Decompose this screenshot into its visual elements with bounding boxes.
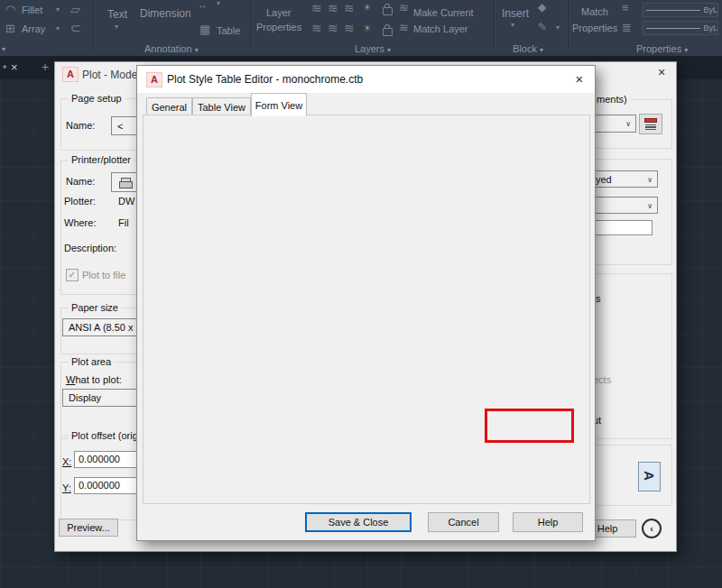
plot-style-editor-dialog: A Plot Style Table Editor - monochrome.c… [136, 65, 596, 541]
create-block-icon[interactable]: ◆ [538, 2, 546, 13]
block-panel-label[interactable]: Block ▾ [513, 43, 543, 54]
layer-stack-icon[interactable]: ≋ [328, 2, 338, 14]
match-properties-button[interactable]: Match [581, 6, 608, 17]
block-dropdown-icon[interactable]: ▾ [556, 24, 560, 32]
plot-dialog-title: Plot - Model [82, 69, 140, 81]
pen-assignments-label-fragment: ments) [594, 94, 630, 105]
form-view-tab-page [143, 115, 590, 504]
layer-stack-icon[interactable]: ≋ [344, 22, 355, 34]
layer-off-bulb-icon[interactable]: ☀ [363, 23, 372, 33]
properties-panel-label[interactable]: Properties ▾ [636, 43, 688, 54]
linetype-list-icon: ≣ [622, 22, 632, 33]
plot-to-file-checkbox[interactable]: ✓ [66, 269, 79, 281]
new-tab-button[interactable]: + [42, 60, 49, 74]
modify-panel-dropdown-icon[interactable]: ▾ [2, 46, 5, 53]
autocad-logo-icon: A [62, 67, 79, 82]
linetype-dropdown[interactable]: ByL [643, 21, 718, 35]
fillet-icon: ◠ [5, 4, 15, 15]
page-setup-label: Page setup [69, 93, 125, 104]
where-label: Where: [64, 217, 96, 228]
ribbon: ◠ Fillet ▾ ▱ ⊞ Array ▾ ⊂ ▾ Text ▾ Dimens… [0, 0, 722, 56]
offset-x-label: X: [62, 456, 71, 467]
edit-plot-style-icon [643, 118, 658, 131]
printer-name-label: Name: [66, 176, 95, 187]
text-dropdown-icon[interactable]: ▾ [115, 23, 118, 31]
tab-modified-indicator: * [3, 63, 6, 74]
annotation-panel-label[interactable]: Annotation ▾ [144, 43, 199, 54]
layer-freeze-icon[interactable]: ≋ [399, 2, 409, 14]
table-button[interactable]: Table [217, 25, 240, 36]
layer-on-bulb-icon[interactable]: ☀ [363, 3, 372, 13]
array-icon: ⊞ [5, 23, 15, 34]
autocad-logo-icon: A [146, 72, 162, 87]
match-properties-button-line2[interactable]: Properties [572, 23, 617, 33]
insert-block-button[interactable]: Insert [502, 7, 529, 20]
dropdown-icon: ∨ [647, 201, 653, 209]
lineweight-dropdown[interactable]: ByL [643, 3, 718, 17]
page-setup-name-label: Name: [66, 120, 95, 131]
panel-separator [494, 0, 495, 51]
layers-panel-label[interactable]: Layers ▾ [355, 43, 391, 54]
dimension-icon[interactable]: ↔ [198, 0, 208, 10]
where-value: Fil [118, 217, 129, 228]
save-close-button[interactable]: Save & Close [305, 512, 412, 532]
cube-icon[interactable]: ▱ [70, 3, 80, 15]
panel-separator [251, 0, 252, 51]
text-tool-button[interactable]: Text [107, 8, 127, 21]
insert-dropdown-icon[interactable]: ▾ [511, 22, 514, 29]
panel-separator [569, 0, 569, 51]
layer-stack-icon[interactable]: ≋ [328, 22, 338, 34]
lineweight-list-icon: ≡ [622, 2, 629, 14]
editor-dialog-title: Plot Style Table Editor - monochrome.ctb [167, 73, 363, 86]
preview-button[interactable]: Preview... [59, 519, 118, 537]
layer-unlock-icon[interactable] [383, 28, 393, 36]
layer-properties-button[interactable]: Layer [266, 7, 292, 18]
offset-y-input[interactable]: 0.000000 [74, 477, 143, 494]
offset-x-input[interactable]: 0.000000 [74, 451, 143, 468]
offset-y-label: Y: [62, 482, 71, 493]
layer-lock-icon[interactable] [383, 7, 393, 15]
panel-separator [93, 0, 94, 51]
array-dropdown-icon[interactable]: ▾ [56, 25, 60, 32]
edit-plot-style-button[interactable] [639, 114, 662, 134]
printer-icon [119, 178, 132, 188]
dropdown-icon: ∨ [647, 175, 653, 183]
edit-block-icon[interactable]: ✎ [538, 22, 547, 32]
cancel-button[interactable]: Cancel [428, 512, 499, 532]
leader-dropdown-icon[interactable]: ▾ [217, 0, 220, 7]
fillet-button[interactable]: Fillet [22, 5, 42, 15]
layer-thaw-icon[interactable]: ≋ [399, 22, 409, 33]
tab-general[interactable]: General [146, 97, 192, 115]
autocad-app: ◠ Fillet ▾ ▱ ⊞ Array ▾ ⊂ ▾ Text ▾ Dimens… [0, 0, 722, 588]
plot-option-fragment-disabled: ects [593, 374, 611, 385]
make-current-button[interactable]: Make Current [413, 7, 474, 18]
fillet-dropdown-icon[interactable]: ▾ [56, 6, 60, 14]
tab-close-icon[interactable]: × [11, 60, 18, 74]
printer-group-label: Printer/plotter [69, 154, 134, 165]
clip-icon[interactable]: ⊂ [70, 22, 81, 34]
plotter-value: DW [118, 196, 134, 207]
tab-table-view[interactable]: Table View [192, 97, 251, 115]
editor-help-button[interactable]: Help [513, 512, 583, 532]
table-icon: ▦ [199, 23, 210, 35]
plot-to-file-label: Plot to file [82, 270, 125, 280]
shade-plot-value-fragment: yed [596, 174, 612, 185]
description-label: Description: [64, 243, 116, 253]
step-highlight-rectangle [485, 409, 574, 443]
dimension-button[interactable]: Dimension [140, 7, 191, 20]
tab-form-view[interactable]: Form View [251, 93, 307, 116]
paper-size-label: Paper size [69, 302, 121, 313]
plot-area-label: Plot area [69, 356, 114, 367]
what-to-plot-label: What to plot: [66, 374, 122, 385]
less-options-button[interactable]: ‹ [642, 519, 662, 538]
orientation-paper-icon: A [638, 462, 661, 492]
array-button[interactable]: Array [22, 23, 45, 34]
plot-dialog-close-icon[interactable]: × [653, 66, 671, 78]
editor-close-icon[interactable]: × [570, 72, 588, 86]
layer-stack-icon[interactable]: ≋ [311, 22, 322, 34]
dropdown-icon: ∨ [625, 120, 631, 128]
layer-stack-icon[interactable]: ≋ [344, 2, 355, 14]
layer-stack-icon[interactable]: ≋ [311, 2, 322, 14]
match-layer-button[interactable]: Match Layer [413, 23, 468, 34]
layer-properties-button-line2[interactable]: Properties [256, 22, 301, 32]
